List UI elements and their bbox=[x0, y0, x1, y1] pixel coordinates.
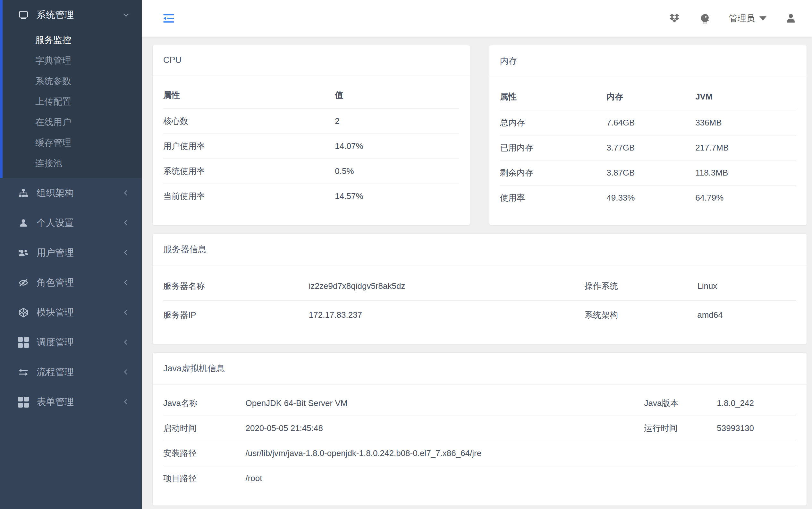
sidebar-subitem-online-users[interactable]: 在线用户 bbox=[3, 112, 142, 133]
cell-value: 2 bbox=[335, 109, 459, 134]
table-row: Java名称 OpenJDK 64-Bit Server VM Java版本 1… bbox=[163, 391, 796, 416]
bird-icon[interactable] bbox=[699, 12, 710, 24]
submenu-label: 连接池 bbox=[35, 157, 62, 169]
cell-value: 172.17.83.237 bbox=[309, 301, 585, 330]
cpu-table: 属性 值 核心数 2 用户使用率 14.07% 系统使用率 0.5% bbox=[163, 82, 459, 209]
table-row: 系统使用率 0.5% bbox=[163, 159, 459, 184]
sidebar-item-label: 调度管理 bbox=[37, 336, 74, 349]
cell-value: 1.8.0_242 bbox=[717, 391, 796, 416]
cell-label: 用户使用率 bbox=[163, 134, 335, 159]
server-info-table: 服务器名称 iz2ze9d7x8qidgv5r8ak5dz 操作系统 Linux… bbox=[163, 272, 796, 329]
table-row: 总内存 7.64GB 336MB bbox=[500, 110, 796, 135]
cell-label: 总内存 bbox=[500, 110, 606, 135]
cell-label: 项目路径 bbox=[163, 466, 245, 491]
cell-value: 3.77GB bbox=[606, 135, 695, 161]
sidebar-subitem-cache[interactable]: 缓存管理 bbox=[3, 133, 142, 153]
cell-value: 217.7MB bbox=[695, 135, 796, 161]
cell-label: 服务器IP bbox=[163, 301, 309, 330]
col-header: 属性 bbox=[500, 83, 606, 110]
sidebar-item-system-management[interactable]: 系统管理 bbox=[3, 0, 142, 30]
sidebar-subitem-service-monitor[interactable]: 服务监控 bbox=[3, 30, 142, 50]
server-info-card: 服务器信息 服务器名称 iz2ze9d7x8qidgv5r8ak5dz 操作系统… bbox=[152, 233, 807, 344]
table-row: 核心数 2 bbox=[163, 109, 459, 134]
cell-label: 安装路径 bbox=[163, 441, 245, 466]
sidebar-subitem-upload-config[interactable]: 上传配置 bbox=[3, 92, 142, 112]
exchange-icon bbox=[18, 367, 29, 378]
col-header: 属性 bbox=[163, 82, 335, 109]
sidebar-subitem-system-params[interactable]: 系统参数 bbox=[3, 71, 142, 92]
sidebar-item-personal-settings[interactable]: 个人设置 bbox=[0, 208, 142, 238]
outdent-icon[interactable] bbox=[162, 12, 175, 24]
user-menu[interactable]: 管理员 bbox=[729, 12, 767, 24]
chevron-left-icon bbox=[122, 368, 130, 376]
col-header: 值 bbox=[335, 82, 459, 109]
table-header-row: 属性 值 bbox=[163, 82, 459, 109]
chevron-left-icon bbox=[122, 279, 130, 287]
chevron-left-icon bbox=[122, 398, 130, 406]
sidebar-item-process-management[interactable]: 流程管理 bbox=[0, 357, 142, 387]
table-row: 安装路径 /usr/lib/jvm/java-1.8.0-openjdk-1.8… bbox=[163, 441, 796, 466]
memory-table: 属性 内存 JVM 总内存 7.64GB 336MB 已用内存 3.77GB 2… bbox=[500, 83, 796, 210]
cell-label: 核心数 bbox=[163, 109, 335, 134]
chevron-down-icon bbox=[122, 11, 130, 19]
sidebar-item-label: 个人设置 bbox=[37, 217, 74, 230]
chevron-left-icon bbox=[122, 338, 130, 347]
sidebar-item-schedule-management[interactable]: 调度管理 bbox=[0, 327, 142, 357]
table-row: 当前使用率 14.57% bbox=[163, 184, 459, 209]
sidebar-subitem-dictionary[interactable]: 字典管理 bbox=[3, 50, 142, 71]
sidebar-item-form-management[interactable]: 表单管理 bbox=[0, 387, 142, 417]
sidebar-item-module-management[interactable]: 模块管理 bbox=[0, 298, 142, 327]
submenu-label: 上传配置 bbox=[35, 96, 71, 108]
users-icon bbox=[18, 247, 29, 258]
sidebar-item-organization[interactable]: 组织架构 bbox=[0, 178, 142, 208]
submenu-label: 缓存管理 bbox=[35, 137, 71, 149]
sidebar-item-role-management[interactable]: 角色管理 bbox=[0, 268, 142, 298]
cell-value: 53993130 bbox=[717, 416, 796, 441]
jvm-table: Java名称 OpenJDK 64-Bit Server VM Java版本 1… bbox=[163, 391, 796, 491]
cell-value: /usr/lib/jvm/java-1.8.0-openjdk-1.8.0.24… bbox=[245, 441, 796, 466]
user-silhouette-icon[interactable] bbox=[785, 12, 797, 24]
sitemap-icon bbox=[18, 188, 29, 199]
table-row: 服务器名称 iz2ze9d7x8qidgv5r8ak5dz 操作系统 Linux bbox=[163, 272, 796, 301]
cpu-card: CPU 属性 值 核心数 2 用户使用率 14.07% bbox=[152, 45, 470, 225]
table-row: 已用内存 3.77GB 217.7MB bbox=[500, 135, 796, 161]
cell-label: 运行时间 bbox=[644, 416, 717, 441]
cell-value: /root bbox=[245, 466, 796, 491]
laptop-icon bbox=[18, 10, 29, 21]
cell-value: OpenJDK 64-Bit Server VM bbox=[245, 391, 644, 416]
cell-value: 2020-05-05 21:45:48 bbox=[245, 416, 644, 441]
cell-value: 49.33% bbox=[606, 185, 695, 210]
user-icon bbox=[18, 217, 29, 229]
grid-icon bbox=[18, 337, 29, 348]
cell-value: iz2ze9d7x8qidgv5r8ak5dz bbox=[309, 272, 585, 301]
sidebar-item-label: 角色管理 bbox=[37, 276, 74, 289]
sidebar-item-label: 流程管理 bbox=[37, 366, 74, 379]
sidebar-section-system: 系统管理 服务监控 字典管理 系统参数 上传配置 在线用户 缓存管理 连接池 bbox=[0, 0, 142, 178]
submenu-label: 系统参数 bbox=[35, 75, 71, 87]
submenu-label: 在线用户 bbox=[35, 116, 71, 128]
cell-value: 118.3MB bbox=[695, 161, 796, 185]
table-header-row: 属性 内存 JVM bbox=[500, 83, 796, 110]
sidebar-subitem-connection-pool[interactable]: 连接池 bbox=[3, 153, 142, 174]
submenu-label: 字典管理 bbox=[35, 55, 71, 67]
cell-value: 14.57% bbox=[335, 184, 459, 209]
cell-label: 当前使用率 bbox=[163, 184, 335, 209]
top-header: 管理员 bbox=[142, 0, 812, 37]
caret-down-icon bbox=[760, 16, 767, 21]
cell-label: 系统架构 bbox=[585, 301, 697, 330]
eye-slash-icon bbox=[18, 277, 29, 288]
memory-card-title: 内存 bbox=[489, 45, 807, 77]
cell-label: 系统使用率 bbox=[163, 159, 335, 184]
grid-icon bbox=[18, 397, 29, 408]
codepen-icon bbox=[18, 307, 29, 318]
cell-label: 剩余内存 bbox=[500, 161, 606, 185]
chevron-left-icon bbox=[122, 308, 130, 317]
col-header: 内存 bbox=[606, 83, 695, 110]
table-row: 剩余内存 3.87GB 118.3MB bbox=[500, 161, 796, 185]
dropbox-icon[interactable] bbox=[669, 12, 680, 24]
sidebar-item-user-management[interactable]: 用户管理 bbox=[0, 238, 142, 268]
cell-label: 操作系统 bbox=[585, 272, 697, 301]
server-info-card-title: 服务器信息 bbox=[153, 234, 807, 265]
cell-value: Linux bbox=[697, 272, 796, 301]
sidebar-item-label: 模块管理 bbox=[37, 306, 74, 319]
